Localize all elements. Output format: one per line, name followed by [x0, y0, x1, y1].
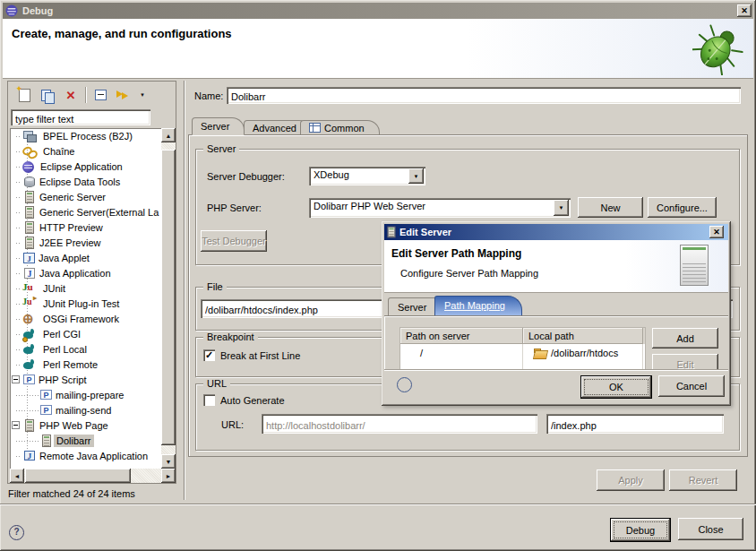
tree-item-perl-remote[interactable]: Perl Remote — [10, 357, 162, 372]
local-path-text: /dolibarr/htdocs — [551, 348, 618, 358]
configurations-panel: ✕ ▼ BPEL Process (B2J)ChaîneEclipse Appl… — [7, 81, 176, 484]
duplicate-configuration-icon[interactable] — [39, 86, 56, 104]
url-path-input[interactable] — [546, 414, 724, 434]
tree-item-java-applet[interactable]: Java Applet — [10, 250, 162, 265]
tree-item-mailing-send[interactable]: mailing-send — [10, 402, 162, 418]
auto-generate-checkbox[interactable] — [203, 394, 215, 406]
tab-common[interactable]: Common — [300, 120, 380, 135]
tree-connector — [10, 341, 22, 357]
tree-connector — [10, 448, 22, 463]
menu-dropdown-icon[interactable]: ▼ — [138, 86, 147, 104]
close-button[interactable]: Close — [678, 518, 743, 540]
tree-item-eclipse-application[interactable]: Eclipse Application — [10, 159, 162, 174]
scroll-down-icon[interactable]: ▼ — [161, 454, 176, 469]
filter-input[interactable] — [11, 109, 150, 125]
tree-connector — [10, 433, 39, 448]
collapse-expander-icon[interactable] — [12, 375, 20, 383]
scroll-up-icon[interactable]: ▲ — [161, 128, 176, 142]
tree-item-osgi-framework[interactable]: OSGi Framework — [10, 311, 162, 326]
tab-server[interactable]: Server — [192, 117, 245, 135]
configurations-toolbar: ✕ ▼ — [10, 83, 174, 107]
ok-button[interactable]: OK — [580, 375, 652, 399]
name-input[interactable] — [227, 87, 741, 104]
window-close-button[interactable]: ✕ — [737, 4, 752, 17]
eclipse-icon — [22, 161, 34, 173]
filter-configurations-icon[interactable] — [115, 86, 133, 104]
tree-connector — [10, 265, 22, 280]
break-at-first-line-checkbox[interactable]: ✓ — [203, 349, 215, 361]
tree-connector — [10, 143, 22, 159]
tree-item-perl-local[interactable]: Perl Local — [10, 341, 162, 357]
new-configuration-icon[interactable] — [15, 86, 33, 104]
window-title: Debug — [22, 5, 53, 16]
configure-server-button[interactable]: Configure... — [648, 197, 717, 218]
panel-divider[interactable] — [184, 81, 185, 500]
tree-vscroll-thumb[interactable] — [161, 150, 176, 445]
tree-connector — [10, 326, 22, 341]
delete-configuration-icon[interactable]: ✕ — [62, 86, 80, 104]
tree-item-label: Eclipse Application — [38, 160, 125, 173]
tree-connector — [10, 159, 22, 174]
path-mapping-table[interactable]: Path on server Local path //dolibarr/htd… — [400, 328, 645, 370]
file-group-title: File — [203, 281, 227, 292]
tree-connector — [10, 189, 22, 204]
help-icon[interactable]: ? — [9, 525, 24, 540]
tree-item-j2ee-preview[interactable]: J2EE Preview — [10, 235, 162, 250]
server-debugger-combo[interactable]: XDebug ▼ — [309, 167, 425, 185]
chevron-down-icon[interactable]: ▼ — [408, 168, 424, 184]
tree-item-php-web-page[interactable]: PHP Web Page — [10, 418, 162, 433]
collapse-expander-icon[interactable] — [12, 421, 20, 429]
tree-item-eclipse-data-tools[interactable]: Eclipse Data Tools — [10, 174, 162, 189]
tree-item-mailing-prepare[interactable]: mailing-prepare — [10, 387, 162, 402]
break-at-first-line-label: Break at First Line — [220, 350, 300, 361]
tree-connector — [10, 387, 39, 402]
tree-item-generic-server-external-la[interactable]: Generic Server(External La — [10, 204, 162, 220]
dialog-tab-path-mapping[interactable]: Path Mapping — [434, 296, 522, 315]
cancel-button[interactable]: Cancel — [658, 375, 725, 397]
php-server-combo[interactable]: Dolibarr PHP Web Server ▼ — [309, 198, 571, 218]
collapse-all-icon[interactable] — [91, 86, 109, 104]
window-titlebar: Debug ✕ — [3, 3, 753, 19]
tree-item-label: JUnit Plug-in Test — [40, 297, 122, 310]
tree-item-cha-ne[interactable]: Chaîne — [10, 143, 162, 159]
tree-item-label: Generic Server — [37, 191, 108, 203]
tree-item-php-script[interactable]: PHP Script — [10, 372, 162, 387]
server-graphic-icon — [680, 245, 709, 286]
tree-connector — [10, 235, 22, 250]
base-url-input — [262, 414, 537, 434]
banner: Create, manage, and run configurations — [3, 19, 753, 79]
chevron-down-icon[interactable]: ▼ — [554, 200, 569, 216]
chain-icon — [22, 144, 37, 159]
php-server-value: Dolibarr PHP Web Server — [309, 198, 571, 218]
tree-connector — [10, 296, 22, 311]
scroll-left-icon[interactable]: ◄ — [10, 469, 24, 483]
tree-item-java-application[interactable]: Java Application — [10, 265, 162, 280]
new-server-button[interactable]: New — [578, 197, 643, 218]
scroll-right-icon[interactable]: ► — [161, 469, 176, 483]
tree-hscroll-thumb[interactable] — [25, 469, 131, 483]
tree-item-label: JUnit — [40, 282, 68, 295]
osgi-icon — [22, 312, 37, 326]
banner-title: Create, manage, and run configurations — [12, 27, 232, 40]
tree-item-junit-plug-in-test[interactable]: ▸JUnit Plug-in Test — [10, 296, 162, 311]
tree-item-http-preview[interactable]: HTTP Preview — [10, 220, 162, 235]
tree-item-label: Chaîne — [40, 145, 77, 158]
tree-connector — [10, 280, 22, 296]
tree-item-dolibarr[interactable]: Dolibarr — [10, 433, 162, 448]
server-icon — [388, 227, 396, 238]
tree-connector — [10, 250, 22, 265]
mapping-row[interactable]: //dolibarr/htdocs — [400, 344, 645, 360]
server-icon — [25, 221, 34, 234]
tree-item-generic-server[interactable]: Generic Server — [10, 189, 162, 204]
tree-item-label: mailing-send — [53, 404, 114, 417]
server-group-title: Server — [203, 143, 239, 154]
debug-button[interactable]: Debug — [610, 518, 671, 542]
local-path-cell: /dolibarr/htdocs — [523, 344, 643, 360]
tree-item-bpel-process-b2j[interactable]: BPEL Process (B2J) — [10, 128, 162, 143]
tree-item-perl-cgi[interactable]: Perl CGI — [10, 326, 162, 341]
auto-generate-label: Auto Generate — [220, 395, 285, 406]
add-mapping-button[interactable]: Add — [652, 328, 718, 349]
dialog-close-button[interactable]: ✕ — [709, 226, 724, 238]
help-icon[interactable] — [397, 377, 412, 392]
tree-item-remote-java-application[interactable]: →Remote Java Application — [10, 448, 162, 463]
